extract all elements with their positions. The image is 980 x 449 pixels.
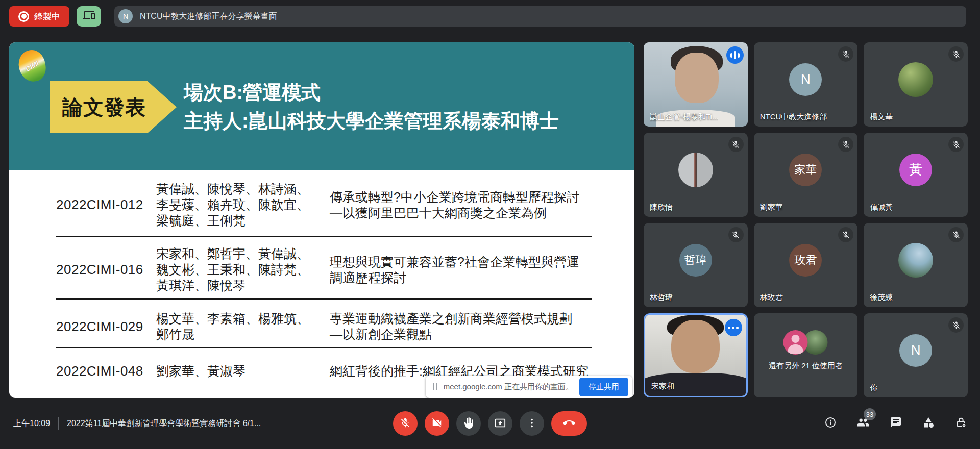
participant-tile[interactable]: 家華 劉家華 [754,133,858,217]
paper-title: 專業運動織襪產業之創新商業經營模式規劃 —以新創企業觀點 [330,311,572,342]
participant-tile[interactable]: 崑山企管-楊泰和Ti... [644,42,748,127]
more-options-icon [526,417,537,430]
control-bar: 上午10:09 2022第11屆中華創新管理學會學術暨實務研討會 6/1... [0,398,980,449]
participant-tile-selected[interactable]: 宋家和 [644,313,748,397]
participant-name: 陳欣怡 [650,203,673,212]
camera-off-icon [431,417,443,430]
mic-off-icon [948,46,964,62]
participant-tile[interactable]: 黃 偉誠黃 [864,133,968,217]
meeting-info: 上午10:09 2022第11屆中華創新管理學會學術暨實務研討會 6/1... [13,398,261,449]
cimi-logo-text: CIMI [24,59,40,72]
paper-authors: 劉家華、黃淑琴 [156,363,330,379]
session-badge-label: 論文發表 [62,93,146,121]
mic-off-icon [948,227,964,242]
avatar [678,153,713,187]
chat-button[interactable] [889,417,902,430]
participant-name: 崑山企管-楊泰和Ti... [650,112,718,122]
cimi-logo: CIMI [16,48,48,84]
stop-sharing-button[interactable]: 停止共用 [579,378,628,396]
meeting-details-button[interactable] [824,417,837,430]
paper-id: 2022CIMI-016 [56,262,156,278]
slide-header: CIMI 論文發表 場次B:營運模式 主持人:崑山科技大學企業管理系楊泰和博士 [9,42,634,170]
screen-share-banner-text: NTCU中教大進修部正在分享螢幕畫面 [140,11,277,22]
record-icon [18,11,29,22]
participant-grid: 崑山企管-楊泰和Ti... N NTCU中教大進修部 楊文華 陳欣怡 [644,42,968,397]
present-icon [495,417,506,430]
participant-tile-self[interactable]: N 你 [864,313,968,397]
row-divider [56,347,592,348]
present-button[interactable] [488,411,512,436]
participant-name: 林玫君 [760,293,783,303]
info-icon [824,416,837,431]
paper-authors: 楊文華、李素箱、楊雅筑、 鄭竹晟 [156,311,330,342]
paper-id: 2022CIMI-029 [56,319,156,335]
host-controls-button[interactable] [954,417,968,430]
avatar: 家華 [789,154,822,186]
paper-title: 傳承或轉型?中小企業跨境電商轉型歷程探討 —以獲阿里巴巴十大網商獎之企業為例 [330,189,579,221]
mic-toggle-button[interactable] [393,411,418,436]
more-options-button[interactable] [520,411,544,436]
avatar [898,62,933,97]
meeting-panels: 33 [824,398,968,449]
participant-tile[interactable]: 玫君 林玫君 [754,223,858,307]
avatar: 黃 [899,154,932,186]
row-divider [56,236,592,237]
audio-level-icon [726,46,744,64]
hang-up-icon [563,417,575,431]
mic-off-icon [728,227,744,242]
recording-label: 錄製中 [34,11,60,22]
participant-tile[interactable]: 徐茂練 [864,223,968,307]
activities-button[interactable] [922,417,935,430]
menu-dots-icon [728,327,739,329]
mic-off-icon [838,227,853,242]
sharing-toast: meet.google.com 正在共用你的畫面。 停止共用 [426,376,632,398]
paper-title: 理想與現實可兼容並蓄?社會企業轉型與營運 調適歷程探討 [330,254,579,286]
participant-tile[interactable]: 陳欣怡 [644,133,748,217]
mic-off-icon [728,137,744,152]
overflow-count-label: 還有另外 21 位使用者 [754,361,858,371]
divider [58,417,59,430]
paper-authors: 宋家和、鄭哲宇、黃偉誠、 魏文彬、王秉和、陳詩梵、 黃琪洋、陳悅琴 [156,246,330,293]
avatar: 哲瑋 [679,244,712,277]
paper-row: 2022CIMI-012 黃偉誠、陳悅琴、林詩涵、 李旻蕿、賴卉玟、陳歆宜、 梁… [56,181,579,229]
slide-title-line1: 場次B:營運模式 [184,78,559,107]
paper-authors: 黃偉誠、陳悅琴、林詩涵、 李旻蕿、賴卉玟、陳歆宜、 梁毓庭、王俐梵 [156,181,330,229]
participant-tile[interactable]: N NTCU中教大進修部 [754,42,858,127]
avatar: N [789,63,822,96]
paper-row: 2022CIMI-029 楊文華、李素箱、楊雅筑、 鄭竹晟 專業運動織襪產業之創… [56,311,572,342]
participant-count-badge: 33 [864,408,876,420]
participant-name: NTCU中教大進修部 [760,112,827,122]
raise-hand-icon [463,417,474,430]
call-controls [393,411,587,436]
participant-name: 宋家和 [651,382,674,391]
participant-tile[interactable]: 楊文華 [864,42,968,127]
paper-id: 2022CIMI-048 [56,363,156,379]
participant-tile[interactable]: 哲瑋 林哲瑋 [644,223,748,307]
sharing-toast-text: meet.google.com 正在共用你的畫面。 [444,382,573,392]
slide-title: 場次B:營運模式 主持人:崑山科技大學企業管理系楊泰和博士 [184,78,559,135]
mic-off-icon [948,317,964,333]
row-divider [56,298,592,300]
avatar [898,243,933,278]
mic-off-icon [400,417,411,430]
host-controls-icon [955,416,967,431]
leave-call-button[interactable] [551,411,587,436]
chat-icon [890,416,902,431]
cast-devices-button[interactable] [77,6,101,27]
session-arrow-badge: 論文發表 [50,81,177,133]
mic-off-icon [838,137,853,152]
overflow-avatars [783,330,828,355]
activities-icon [922,416,935,431]
participant-name: 偉誠黃 [870,203,893,212]
participants-button[interactable]: 33 [856,417,870,430]
clock: 上午10:09 [13,418,50,429]
presenter-avatar: N [118,9,133,23]
tile-menu-button[interactable] [725,319,742,336]
person-avatar-icon [783,330,808,355]
participant-name: 楊文華 [870,112,893,122]
mic-off-icon [838,46,853,62]
raise-hand-button[interactable] [456,411,481,436]
camera-toggle-button[interactable] [425,411,449,436]
participant-tile-overflow[interactable]: 還有另外 21 位使用者 [754,313,858,397]
sharing-bars-icon [433,383,437,390]
